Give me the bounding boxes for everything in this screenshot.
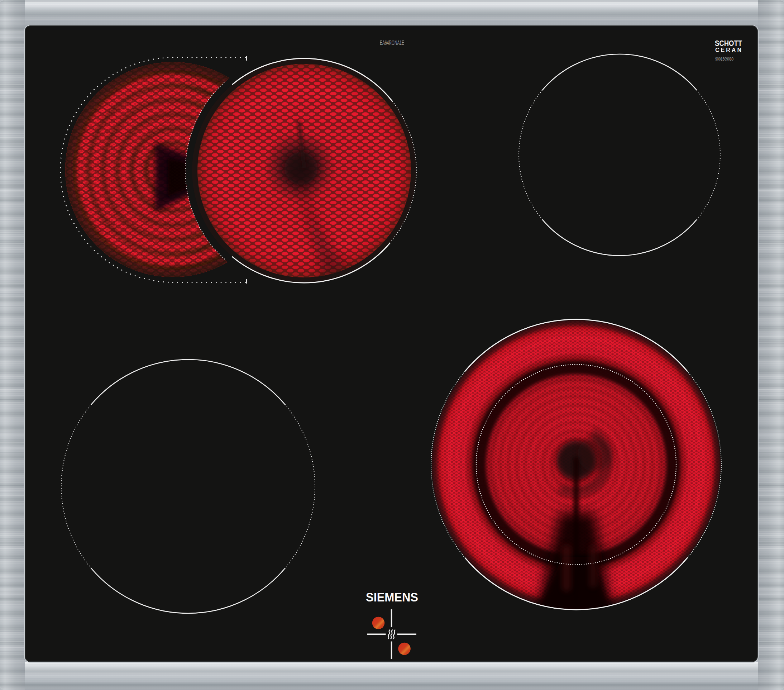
svg-text:9001609080: 9001609080 [715, 57, 733, 62]
svg-text:EA64RGNA1E: EA64RGNA1E [380, 40, 404, 46]
svg-text:SIEMENS: SIEMENS [366, 590, 418, 604]
svg-text:CERAN: CERAN [715, 47, 741, 53]
svg-text:SCHOTT: SCHOTT [715, 39, 742, 48]
